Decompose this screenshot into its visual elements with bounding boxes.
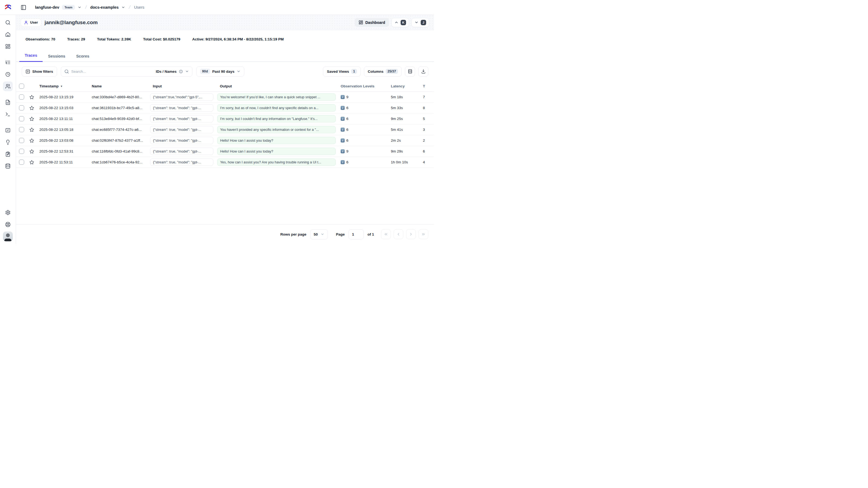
search-input[interactable]	[71, 69, 153, 73]
row-checkbox[interactable]	[19, 149, 24, 154]
trace-input-preview[interactable]: {"stream": true, "model": "gpt-...	[150, 148, 213, 155]
first-page-button[interactable]	[381, 230, 391, 239]
table-row[interactable]: 2025-08-22 13:03:08 chat:02f63f47-87b2-4…	[16, 135, 434, 146]
row-checkbox[interactable]	[19, 160, 24, 165]
previous-page-button[interactable]	[394, 230, 403, 239]
search-box: IDs / Names	[61, 66, 192, 77]
trace-output-preview[interactable]: Hello! How can I assist you today?	[217, 137, 336, 144]
filter-toolbar: Show filters IDs / Names 90d Past 90 day…	[16, 62, 434, 81]
favorite-star-icon[interactable]	[27, 149, 37, 154]
table-row[interactable]: 2025-08-22 13:05:18 chat:ec685f77-7374-4…	[16, 124, 434, 135]
prompts-file-code-icon[interactable]	[3, 97, 13, 107]
columns-button[interactable]: Columns 25/37	[364, 66, 402, 77]
download-icon	[421, 69, 426, 74]
header-observation-levels[interactable]: Observation Levels	[341, 84, 391, 88]
tab-traces[interactable]: Traces	[19, 50, 42, 62]
stat-active-range: Active: 9/27/2024, 6:38:34 PM - 8/22/202…	[192, 37, 284, 41]
chevron-down-icon[interactable]	[78, 5, 82, 9]
support-lifebuoy-icon[interactable]	[3, 220, 13, 230]
table-row[interactable]: 2025-08-22 13:11:11 chat:513e84e9-9039-4…	[16, 114, 434, 124]
header-latency[interactable]: Latency	[391, 84, 423, 88]
settings-gear-icon[interactable]	[3, 208, 13, 217]
user-badge-label: User	[30, 20, 38, 24]
org-plan-badge: Team	[62, 5, 75, 10]
favorite-star-icon[interactable]	[27, 116, 37, 121]
page-number-input[interactable]	[348, 230, 364, 239]
row-checkbox[interactable]	[19, 116, 24, 121]
trace-input-preview[interactable]: {"stream": true, "model": "gpt-...	[150, 137, 213, 144]
trace-output-preview[interactable]: You’re welcome! If you’d like, I can sha…	[217, 93, 336, 101]
tab-scores[interactable]: Scores	[71, 51, 95, 62]
header-timestamp[interactable]: Timestamp▼	[37, 84, 89, 88]
chevron-down-icon[interactable]	[121, 5, 125, 9]
sidebar-toggle-icon[interactable]	[19, 3, 27, 11]
favorite-star-icon[interactable]	[27, 105, 37, 111]
tracing-icon[interactable]	[3, 58, 13, 67]
breadcrumb-project[interactable]: docs-examples	[90, 5, 119, 9]
users-icon[interactable]	[3, 82, 13, 91]
last-page-button[interactable]	[418, 230, 428, 239]
app-window: langfuse-dev Team / docs-examples / User…	[0, 0, 434, 244]
trace-output-preview[interactable]: Hello! How can I assist you today?	[217, 148, 336, 155]
favorite-star-icon[interactable]	[27, 95, 37, 100]
search-type-dropdown[interactable]: IDs / Names	[156, 69, 189, 73]
row-checkbox[interactable]	[19, 105, 24, 111]
rows-icon	[408, 69, 412, 74]
trace-input-preview[interactable]: {"stream": true, "model": "gpt-...	[150, 115, 213, 122]
search-icon[interactable]	[3, 18, 13, 27]
dashboard-icon[interactable]	[3, 41, 13, 51]
trace-latency: 9m 29s	[391, 149, 423, 153]
date-range-badge: 90d	[200, 69, 210, 74]
stat-observations: Observations: 70	[26, 37, 55, 41]
annotation-clipboard-icon[interactable]	[3, 149, 13, 159]
next-user-button[interactable]: J	[411, 18, 429, 27]
trace-input-preview[interactable]: {"stream": true, "model": "gpt-...	[150, 126, 213, 133]
previous-user-button[interactable]: K	[392, 18, 409, 27]
date-range-button[interactable]: 90d Past 90 days	[196, 66, 244, 77]
header-output[interactable]: Output	[217, 84, 341, 88]
pagination-bar: Rows per page 50 Page of 1	[16, 224, 434, 244]
trace-output-preview[interactable]: You haven't provided any specific inform…	[217, 126, 336, 133]
playground-terminal-icon[interactable]	[3, 110, 13, 119]
export-button[interactable]	[418, 66, 428, 77]
table-row[interactable]: 2025-08-22 12:53:31 chat:116fbfdc-0fd3-4…	[16, 146, 434, 157]
next-page-button[interactable]	[406, 230, 416, 239]
home-icon[interactable]	[3, 30, 13, 39]
rows-per-page-select[interactable]: 50	[310, 230, 328, 239]
trace-output-preview[interactable]: Yes, how can I assist you? Are you havin…	[217, 158, 336, 166]
header-input[interactable]: Input	[150, 84, 217, 88]
table-row[interactable]: 2025-08-22 11:53:11 chat:1cb67476-b5ce-4…	[16, 157, 434, 168]
user-avatar[interactable]	[3, 232, 13, 241]
info-level-icon: i	[341, 139, 345, 143]
trace-input-preview[interactable]: {"stream":true,"model":"gpt-5",...	[150, 93, 213, 101]
row-height-button[interactable]	[405, 66, 415, 77]
tab-sessions[interactable]: Sessions	[42, 51, 71, 62]
observation-level-count: 9	[346, 149, 348, 153]
trace-output-preview[interactable]: I'm sorry, but I couldn't find any infor…	[217, 115, 336, 122]
langfuse-logo-icon	[4, 4, 12, 10]
trace-input-preview[interactable]: {"stream": true, "model": "gpt-...	[150, 104, 213, 112]
select-all-checkbox[interactable]	[19, 84, 24, 89]
langfuse-logo[interactable]	[0, 4, 16, 10]
trace-output-preview[interactable]: I'm sorry, but as of now, I couldn't fin…	[217, 104, 336, 112]
row-checkbox[interactable]	[19, 94, 24, 100]
dashboard-button[interactable]: Dashboard	[355, 18, 389, 27]
favorite-star-icon[interactable]	[27, 160, 37, 165]
show-filters-button[interactable]: Show filters	[22, 66, 57, 77]
trace-input-preview[interactable]: {"stream": true, "model": "gpt-...	[150, 158, 213, 166]
header-extra[interactable]: T	[423, 84, 434, 88]
favorite-star-icon[interactable]	[27, 138, 37, 143]
sort-desc-icon: ▼	[60, 85, 63, 88]
evaluation-icon[interactable]	[3, 125, 13, 135]
breadcrumb-org[interactable]: langfuse-dev	[35, 5, 59, 9]
saved-views-button[interactable]: Saved Views 1	[323, 66, 361, 77]
row-checkbox[interactable]	[19, 138, 24, 143]
header-name[interactable]: Name	[89, 84, 150, 88]
table-row[interactable]: 2025-08-22 13:15:03 chat:3611931b-bc77-4…	[16, 102, 434, 114]
sessions-clock-icon[interactable]	[3, 69, 13, 79]
row-checkbox[interactable]	[19, 127, 24, 132]
datasets-database-icon[interactable]	[3, 161, 13, 171]
favorite-star-icon[interactable]	[27, 127, 37, 132]
table-row[interactable]: 2025-08-22 13:15:19 chat:330bd4e7-d869-4…	[16, 92, 434, 102]
lightbulb-icon[interactable]	[3, 138, 13, 147]
